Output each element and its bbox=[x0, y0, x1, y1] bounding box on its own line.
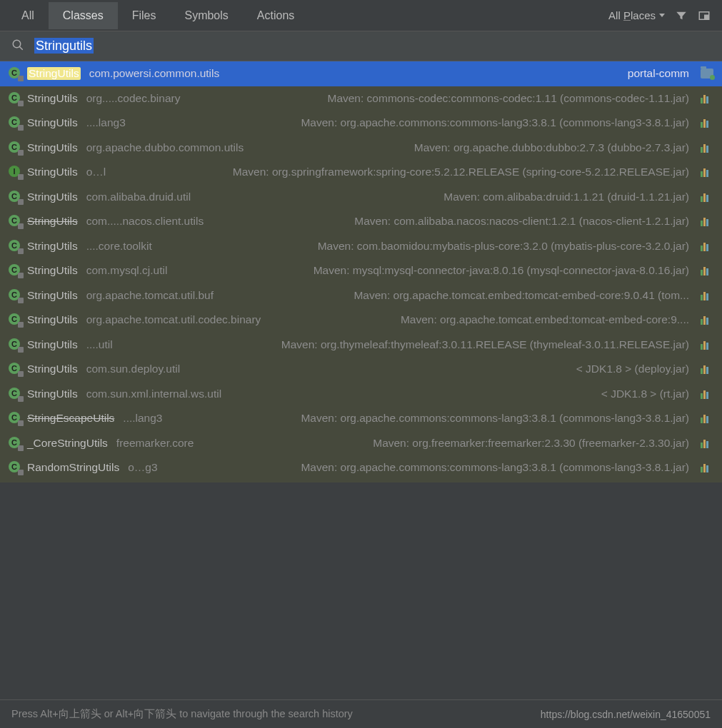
result-package: org.....codec.binary bbox=[86, 92, 181, 105]
result-row[interactable]: CStringUtilscom.powersi.common.utilsport… bbox=[0, 61, 722, 86]
tabs-container: All Classes Files Symbols Actions bbox=[7, 2, 309, 29]
result-class-name: StringUtils bbox=[27, 289, 78, 302]
result-class-name: StringUtils bbox=[27, 191, 78, 203]
result-class-name: StringUtils bbox=[27, 166, 78, 178]
result-row[interactable]: CStringUtils....utilMaven: org.thymeleaf… bbox=[0, 333, 722, 358]
result-row[interactable]: CStringUtilscom.....nacos.client.utilsMa… bbox=[0, 209, 722, 234]
library-icon bbox=[701, 192, 713, 202]
result-class-name: StringUtils bbox=[27, 338, 78, 351]
tab-bar: All Classes Files Symbols Actions All Pl… bbox=[0, 0, 722, 31]
result-package: o…g3 bbox=[128, 461, 157, 474]
result-package: ....util bbox=[86, 338, 113, 351]
class-icon: C bbox=[9, 215, 21, 228]
result-row[interactable]: CStringUtilsorg.....codec.binaryMaven: c… bbox=[0, 86, 722, 111]
class-icon: I bbox=[9, 166, 21, 178]
result-location: Maven: org.apache.tomcat.embed:tomcat-em… bbox=[401, 313, 689, 326]
class-icon: C bbox=[9, 240, 21, 253]
result-class-name: StringEscapeUtils bbox=[27, 412, 114, 425]
class-icon: C bbox=[9, 363, 21, 375]
filter-icon[interactable] bbox=[675, 9, 688, 22]
library-icon bbox=[701, 167, 713, 177]
class-icon: C bbox=[9, 313, 21, 326]
result-location: Maven: com.alibaba.nacos:nacos-client:1.… bbox=[354, 215, 689, 228]
class-icon: C bbox=[9, 264, 21, 277]
result-location: Maven: com.baomidou:mybatis-plus-core:3.… bbox=[318, 240, 689, 253]
class-icon: C bbox=[9, 67, 21, 80]
result-package: com.....nacos.client.utils bbox=[86, 215, 204, 228]
search-input[interactable]: Stringutils bbox=[34, 39, 711, 54]
library-icon bbox=[701, 266, 713, 275]
result-location: Maven: com.alibaba:druid:1.1.21 (druid-1… bbox=[443, 191, 689, 203]
result-row[interactable]: CStringUtils....core.toolkitMaven: com.b… bbox=[0, 234, 722, 259]
library-icon bbox=[701, 462, 713, 472]
result-row[interactable]: CStringEscapeUtils....lang3Maven: org.ap… bbox=[0, 406, 722, 431]
result-class-name: StringUtils bbox=[27, 215, 78, 228]
tab-classes[interactable]: Classes bbox=[49, 2, 118, 29]
tab-all[interactable]: All bbox=[7, 2, 49, 29]
search-bar: Stringutils bbox=[0, 31, 722, 61]
library-icon bbox=[701, 413, 713, 423]
result-location: Maven: org.springframework:spring-core:5… bbox=[233, 166, 689, 178]
tab-symbols[interactable]: Symbols bbox=[170, 2, 242, 29]
class-icon: C bbox=[9, 141, 21, 154]
result-package: org.apache.dubbo.common.utils bbox=[86, 141, 244, 154]
scope-selector[interactable]: All Places bbox=[608, 9, 665, 21]
scope-label: All Places bbox=[608, 9, 656, 21]
library-icon bbox=[701, 340, 713, 350]
result-class-name: StringUtils bbox=[27, 92, 78, 105]
result-row[interactable]: CStringUtilscom.mysql.cj.utilMaven: mysq… bbox=[0, 258, 722, 283]
result-location: Maven: org.apache.commons:commons-lang3:… bbox=[301, 412, 689, 425]
class-icon: C bbox=[9, 92, 21, 105]
result-class-name: StringUtils bbox=[27, 363, 78, 375]
library-icon bbox=[701, 389, 713, 399]
result-location: Maven: mysql:mysql-connector-java:8.0.16… bbox=[314, 264, 689, 277]
result-class-name: StringUtils bbox=[27, 264, 78, 277]
result-class-name: StringUtils bbox=[27, 388, 78, 400]
class-icon: C bbox=[9, 388, 21, 400]
result-package: org.apache.tomcat.util.codec.binary bbox=[86, 313, 261, 326]
result-location: Maven: commons-codec:commons-codec:1.11 … bbox=[327, 92, 689, 105]
result-row[interactable]: CStringUtils....lang3Maven: org.apache.c… bbox=[0, 111, 722, 136]
status-bar: Press Alt+向上箭头 or Alt+向下箭头 to navigate t… bbox=[0, 699, 722, 728]
result-row[interactable]: CStringUtilscom.sun.xml.internal.ws.util… bbox=[0, 382, 722, 407]
pin-window-icon[interactable] bbox=[698, 9, 711, 22]
class-icon: C bbox=[9, 437, 21, 450]
result-class-name: RandomStringUtils bbox=[27, 461, 119, 474]
library-icon bbox=[701, 315, 713, 325]
class-icon: C bbox=[9, 289, 21, 302]
result-location: portal-comm bbox=[628, 67, 689, 80]
tab-actions[interactable]: Actions bbox=[243, 2, 309, 29]
result-class-name: StringUtils bbox=[27, 67, 81, 80]
result-package: org.apache.tomcat.util.buf bbox=[86, 289, 214, 302]
result-row[interactable]: CStringUtilsorg.apache.tomcat.util.codec… bbox=[0, 308, 722, 333]
result-row[interactable]: C_CoreStringUtilsfreemarker.coreMaven: o… bbox=[0, 431, 722, 456]
result-class-name: StringUtils bbox=[27, 141, 78, 154]
class-icon: C bbox=[9, 191, 21, 203]
result-location: Maven: org.apache.tomcat.embed:tomcat-em… bbox=[354, 289, 689, 302]
library-icon bbox=[701, 216, 713, 226]
result-package: ....core.toolkit bbox=[86, 240, 152, 253]
tab-files[interactable]: Files bbox=[118, 2, 171, 29]
search-icon bbox=[11, 39, 24, 54]
svg-rect-1 bbox=[705, 15, 708, 19]
result-location: Maven: org.thymeleaf:thymeleaf:3.0.11.RE… bbox=[281, 338, 689, 351]
library-icon bbox=[701, 143, 713, 153]
folder-icon bbox=[701, 69, 713, 79]
chevron-down-icon bbox=[659, 14, 665, 17]
result-row[interactable]: CStringUtilsorg.apache.dubbo.common.util… bbox=[0, 136, 722, 161]
library-icon bbox=[701, 290, 713, 300]
result-row[interactable]: CStringUtilscom.sun.deploy.util< JDK1.8 … bbox=[0, 357, 722, 382]
result-row[interactable]: CStringUtilsorg.apache.tomcat.util.bufMa… bbox=[0, 283, 722, 308]
result-row[interactable]: CStringUtilscom.alibaba.druid.utilMaven:… bbox=[0, 185, 722, 210]
result-row[interactable]: IStringUtilso…lMaven: org.springframewor… bbox=[0, 160, 722, 185]
class-icon: C bbox=[9, 412, 21, 425]
result-package: com.sun.xml.internal.ws.util bbox=[86, 388, 222, 400]
result-location: < JDK1.8 > (rt.jar) bbox=[601, 388, 689, 400]
result-class-name: _CoreStringUtils bbox=[27, 437, 108, 450]
result-row[interactable]: CRandomStringUtilso…g3Maven: org.apache.… bbox=[0, 455, 722, 480]
result-location: Maven: org.apache.commons:commons-lang3:… bbox=[301, 461, 689, 474]
result-package: com.sun.deploy.util bbox=[86, 363, 181, 375]
result-package: o…l bbox=[86, 166, 106, 178]
watermark: https://blog.csdn.net/weixin_41650051 bbox=[541, 709, 711, 720]
library-icon bbox=[701, 438, 713, 448]
